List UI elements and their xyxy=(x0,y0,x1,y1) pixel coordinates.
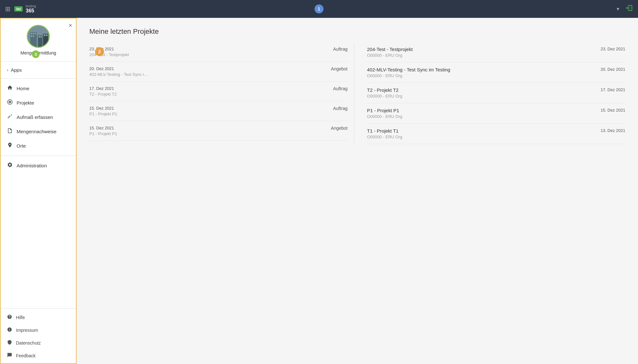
project-right-info: T2 - Projekt T2 O00000 - ERU Org xyxy=(367,87,403,98)
project-right-title: T2 - Projekt T2 xyxy=(367,87,403,93)
sidebar-item-projekte[interactable]: Projekte xyxy=(1,96,76,110)
datenschutz-icon xyxy=(7,340,12,346)
logo: brz testing 365 xyxy=(14,4,36,14)
sidebar-item-home[interactable]: Home xyxy=(1,81,76,96)
table-row[interactable]: 20. Dez 2021 402-MLV-Testing - Test Sync… xyxy=(89,62,348,82)
project-type: Auftrag xyxy=(322,86,348,91)
table-row[interactable]: 204-Test - Testprojekt O00000 - ERU Org … xyxy=(367,42,626,62)
sidebar-item-mengennachweise-label: Mengennachweise xyxy=(17,129,56,134)
project-left-info: 20. Dez 2021 402-MLV-Testing - Test Sync… xyxy=(89,66,322,77)
table-row[interactable]: T1 - Projekt T1 O00000 - ERU Org 13. Dez… xyxy=(367,124,626,144)
table-row[interactable]: 15. Dez 2021 P1 - Projekt P1 Auftrag xyxy=(89,101,348,121)
notification-badge[interactable]: 1 xyxy=(315,4,323,13)
impressum-label: Impressum xyxy=(16,328,38,333)
mengennachweise-icon xyxy=(7,128,13,135)
project-date: 20. Dez 2021 xyxy=(89,66,322,71)
sidebar-item-hilfe[interactable]: Hilfe xyxy=(1,311,76,324)
sidebar: × xyxy=(0,18,77,364)
project-type: Angebot xyxy=(322,66,348,71)
home-icon xyxy=(7,85,13,92)
project-right-date: 23. Dez 2021 xyxy=(601,47,625,51)
sidebar-footer: Hilfe Impressum Datenschutz Feedback xyxy=(1,308,76,363)
dropdown-arrow-icon[interactable]: ▼ xyxy=(616,6,620,11)
project-left-info: 17. Dez 2021 T2 - Projekt T2 xyxy=(89,86,322,97)
chevron-right-icon: › xyxy=(7,68,8,72)
projekte-icon xyxy=(7,99,13,106)
project-date: 15. Dez 2021 xyxy=(89,126,322,130)
sidebar-divider-apps xyxy=(1,78,76,79)
sidebar-item-aufmass[interactable]: Aufmaß erfassen xyxy=(1,110,76,124)
logo-subtitle: testing xyxy=(26,4,36,8)
table-row[interactable]: 17. Dez 2021 T2 - Projekt T2 Auftrag xyxy=(89,82,348,101)
logout-button[interactable] xyxy=(625,4,633,14)
content-area: 2 Meine letzten Projekte 23. Dez 2021 20… xyxy=(77,18,638,364)
sidebar-close-button[interactable]: × xyxy=(69,22,72,29)
project-right-org: O00000 - ERU Org xyxy=(367,73,450,78)
project-left-info: 23. Dez 2021 204-Test - Testprojekt xyxy=(89,47,322,57)
sidebar-item-admin-label: Administration xyxy=(17,163,47,168)
table-row[interactable]: 23. Dez 2021 204-Test - Testprojekt Auft… xyxy=(89,42,348,62)
topnav: ⊞ brz testing 365 1 ▼ xyxy=(0,0,638,18)
svg-rect-4 xyxy=(31,33,32,34)
project-right-info: P1 - Projekt P1 O00000 - ERU Org xyxy=(367,108,403,119)
project-name: T2 - Projekt T2 xyxy=(89,92,322,97)
sidebar-item-datenschutz[interactable]: Datenschutz xyxy=(1,337,76,349)
sidebar-divider-top xyxy=(1,61,76,62)
grid-icon[interactable]: ⊞ xyxy=(5,5,11,13)
table-row[interactable]: 15. Dez 2021 P1 - Projekt P1 Angebot xyxy=(89,121,348,141)
project-right-org: O00000 - ERU Org xyxy=(367,53,413,58)
table-row[interactable]: P1 - Projekt P1 O00000 - ERU Org 15. Dez… xyxy=(367,103,626,124)
projects-left: 23. Dez 2021 204-Test - Testprojekt Auft… xyxy=(89,42,354,144)
project-name: P1 - Projekt P1 xyxy=(89,131,322,136)
project-name: P1 - Projekt P1 xyxy=(89,112,322,116)
sidebar-item-aufmass-label: Aufmaß erfassen xyxy=(17,114,53,120)
project-type: Angebot xyxy=(322,126,348,131)
project-date: 23. Dez 2021 xyxy=(89,47,322,51)
project-type: Auftrag xyxy=(322,106,348,111)
project-right-title: P1 - Projekt P1 xyxy=(367,108,403,113)
sidebar-item-impressum[interactable]: Impressum xyxy=(1,324,76,337)
orte-icon xyxy=(7,142,13,149)
project-right-org: O00000 - ERU Org xyxy=(367,114,403,119)
project-right-date: 13. Dez 2021 xyxy=(601,128,625,133)
project-right-info: 402-MLV-Testing - Test Sync im Testing O… xyxy=(367,67,450,78)
project-right-title: 204-Test - Testprojekt xyxy=(367,47,413,52)
aufmass-icon xyxy=(7,113,13,121)
topnav-right: ▼ xyxy=(616,4,633,14)
svg-rect-10 xyxy=(41,36,42,38)
avatar-image xyxy=(28,26,49,47)
project-type: Auftrag xyxy=(322,47,348,52)
project-right-date: 17. Dez 2021 xyxy=(601,87,625,92)
avatar xyxy=(27,25,50,48)
project-name: 204-Test - Testprojekt xyxy=(89,52,322,57)
project-right-org: O00000 - ERU Org xyxy=(367,135,403,139)
project-date: 15. Dez 2021 xyxy=(89,106,322,111)
sidebar-item-feedback[interactable]: Feedback xyxy=(1,349,76,362)
feedback-icon xyxy=(7,353,12,359)
hilfe-icon xyxy=(7,314,12,321)
project-right-title: 402-MLV-Testing - Test Sync im Testing xyxy=(367,67,450,72)
table-row[interactable]: 402-MLV-Testing - Test Sync im Testing O… xyxy=(367,62,626,83)
content-badge: 2 xyxy=(95,47,104,56)
sidebar-badge: 3 xyxy=(32,50,40,58)
badge-2: 2 xyxy=(95,47,104,56)
sidebar-nav: Home Projekte Aufmaß erfassen Mengennach… xyxy=(1,81,76,308)
sidebar-item-administration[interactable]: Administration xyxy=(1,158,76,173)
project-right-title: T1 - Projekt T1 xyxy=(367,128,403,134)
svg-rect-5 xyxy=(33,33,34,34)
sidebar-header: × xyxy=(1,18,76,59)
feedback-label: Feedback xyxy=(16,353,35,358)
datenschutz-label: Datenschutz xyxy=(16,340,41,346)
sidebar-item-orte[interactable]: Orte xyxy=(1,139,76,153)
logo-box: brz xyxy=(14,6,23,11)
sidebar-item-mengennachweise[interactable]: Mengennachweise xyxy=(1,124,76,139)
project-right-info: T1 - Projekt T1 O00000 - ERU Org xyxy=(367,128,403,139)
svg-rect-6 xyxy=(35,33,36,34)
project-right-org: O00000 - ERU Org xyxy=(367,94,403,98)
svg-point-15 xyxy=(10,102,11,103)
sidebar-item-apps[interactable]: › Apps xyxy=(1,64,76,76)
project-right-date: 15. Dez 2021 xyxy=(601,108,625,113)
table-row[interactable]: T2 - Projekt T2 O00000 - ERU Org 17. Dez… xyxy=(367,83,626,103)
sidebar-item-home-label: Home xyxy=(17,86,29,91)
svg-rect-9 xyxy=(39,36,40,38)
